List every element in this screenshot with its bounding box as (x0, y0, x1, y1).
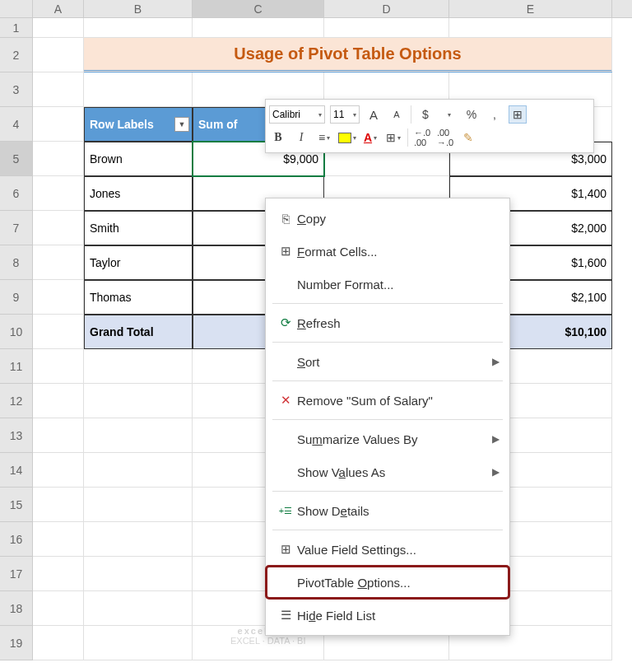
cell-a3[interactable] (33, 72, 84, 107)
pivot-header-rowlabels[interactable]: Row Labels▼ (84, 107, 193, 142)
currency-dropdown[interactable] (439, 105, 458, 124)
menu-hide-field-list[interactable]: ☰ Hide Field List (266, 599, 509, 632)
cell-b18[interactable] (84, 591, 193, 626)
cell-a4[interactable] (33, 107, 84, 142)
cell-b1[interactable] (84, 18, 193, 38)
font-color-button[interactable]: A (361, 128, 379, 147)
cell-a9[interactable] (33, 280, 84, 315)
row-header-1[interactable]: 1 (0, 18, 33, 38)
increase-font-button[interactable]: A (365, 105, 383, 124)
cell-b15[interactable] (84, 488, 193, 522)
cell-b16[interactable] (84, 522, 193, 557)
merge-button[interactable]: ⊞ (509, 105, 527, 124)
cell-a2[interactable] (33, 38, 84, 72)
cell-a8[interactable] (33, 245, 84, 280)
col-header-a[interactable]: A (33, 0, 84, 17)
cell-a14[interactable] (33, 453, 84, 488)
col-header-d[interactable]: D (324, 0, 449, 17)
row-header-17[interactable]: 17 (0, 557, 33, 591)
menu-format-cells[interactable]: ⊞ Format Cells... (266, 235, 509, 268)
align-button[interactable]: ≡ (315, 128, 333, 147)
menu-number-format[interactable]: Number Format... (266, 268, 509, 301)
cell-a19[interactable] (33, 626, 84, 660)
format-painter-button[interactable]: ✎ (459, 128, 477, 147)
italic-button[interactable]: I (292, 128, 310, 147)
col-header-b[interactable]: B (84, 0, 193, 17)
menu-remove[interactable]: ✕ Remove "Sum of Salary" (266, 384, 509, 417)
row-header-2[interactable]: 2 (0, 38, 33, 72)
col-header-e[interactable]: E (449, 0, 612, 17)
cell-b14[interactable] (84, 453, 193, 488)
mini-toolbar: Calibri▾ 11▾ A A $ % , ⊞ B I ≡ A ⊞ ←.0.0… (265, 99, 594, 153)
format-cells-icon: ⊞ (274, 244, 297, 259)
title-cell[interactable]: Usage of Pivot Table Options (84, 38, 612, 72)
row-header-3[interactable]: 3 (0, 72, 33, 107)
cell-a13[interactable] (33, 418, 84, 453)
row-header-19[interactable]: 19 (0, 626, 33, 660)
cell-a18[interactable] (33, 591, 84, 626)
cell-b17[interactable] (84, 557, 193, 591)
cell-a16[interactable] (33, 522, 84, 557)
fill-color-button[interactable] (338, 128, 356, 147)
menu-show-details[interactable]: +☰ Show Details (266, 494, 509, 527)
cell-b12[interactable] (84, 384, 193, 418)
comma-button[interactable]: , (486, 105, 504, 124)
cell-b13[interactable] (84, 418, 193, 453)
row-header-14[interactable]: 14 (0, 453, 33, 488)
row-header-11[interactable]: 11 (0, 349, 33, 384)
cell-a1[interactable] (33, 18, 84, 38)
cell-b5[interactable]: Brown (84, 142, 193, 176)
row-header-13[interactable]: 13 (0, 418, 33, 453)
row-header-15[interactable]: 15 (0, 488, 33, 522)
cell-e1[interactable] (449, 18, 612, 38)
menu-value-field-settings[interactable]: ⊞ Value Field Settings... (266, 533, 509, 566)
row-header-9[interactable]: 9 (0, 280, 33, 315)
menu-copy[interactable]: ⎘ Copy (266, 202, 509, 235)
cell-b9[interactable]: Thomas (84, 280, 193, 315)
column-headers: A B C D E (0, 0, 632, 18)
currency-button[interactable]: $ (416, 105, 434, 124)
row-header-18[interactable]: 18 (0, 591, 33, 626)
cell-b3[interactable] (84, 72, 193, 107)
borders-button[interactable]: ⊞ (384, 128, 402, 147)
cell-a6[interactable] (33, 176, 84, 211)
font-name-selector[interactable]: Calibri▾ (269, 105, 325, 124)
cell-b11[interactable] (84, 349, 193, 384)
menu-pivottable-options[interactable]: PivotTable Options... (266, 566, 509, 599)
col-header-c[interactable]: C (193, 0, 324, 17)
row-header-12[interactable]: 12 (0, 384, 33, 418)
increase-decimal-button[interactable]: ←.0.00 (413, 128, 431, 147)
row-header-5[interactable]: 5 (0, 142, 33, 176)
cell-a10[interactable] (33, 315, 84, 349)
decrease-font-button[interactable]: A (388, 105, 406, 124)
menu-sort[interactable]: Sort ▶ (266, 345, 509, 378)
cell-a15[interactable] (33, 488, 84, 522)
cell-a17[interactable] (33, 557, 84, 591)
cell-b6[interactable]: Jones (84, 176, 193, 211)
cell-b19[interactable] (84, 626, 193, 660)
cell-a12[interactable] (33, 384, 84, 418)
cell-d1[interactable] (324, 18, 449, 38)
cell-c1[interactable] (193, 18, 324, 38)
cell-b10[interactable]: Grand Total (84, 315, 193, 349)
menu-show-values[interactable]: Show Values As ▶ (266, 455, 509, 488)
row-header-10[interactable]: 10 (0, 315, 33, 349)
cell-a5[interactable] (33, 142, 84, 176)
cell-b7[interactable]: Smith (84, 211, 193, 245)
cell-a11[interactable] (33, 349, 84, 384)
cell-a7[interactable] (33, 211, 84, 245)
menu-summarize[interactable]: Summarize Values By ▶ (266, 422, 509, 455)
percent-button[interactable]: % (462, 105, 481, 124)
menu-refresh[interactable]: ⟳ Refresh (266, 306, 509, 339)
row-header-8[interactable]: 8 (0, 245, 33, 280)
row-header-6[interactable]: 6 (0, 176, 33, 211)
font-size-selector[interactable]: 11▾ (330, 105, 360, 124)
select-all-corner[interactable] (0, 0, 33, 17)
rowlabels-dropdown-icon[interactable]: ▼ (174, 117, 189, 132)
row-header-16[interactable]: 16 (0, 522, 33, 557)
row-header-4[interactable]: 4 (0, 107, 33, 142)
row-header-7[interactable]: 7 (0, 211, 33, 245)
bold-button[interactable]: B (269, 128, 287, 147)
decrease-decimal-button[interactable]: .00→.0 (436, 128, 454, 147)
cell-b8[interactable]: Taylor (84, 245, 193, 280)
